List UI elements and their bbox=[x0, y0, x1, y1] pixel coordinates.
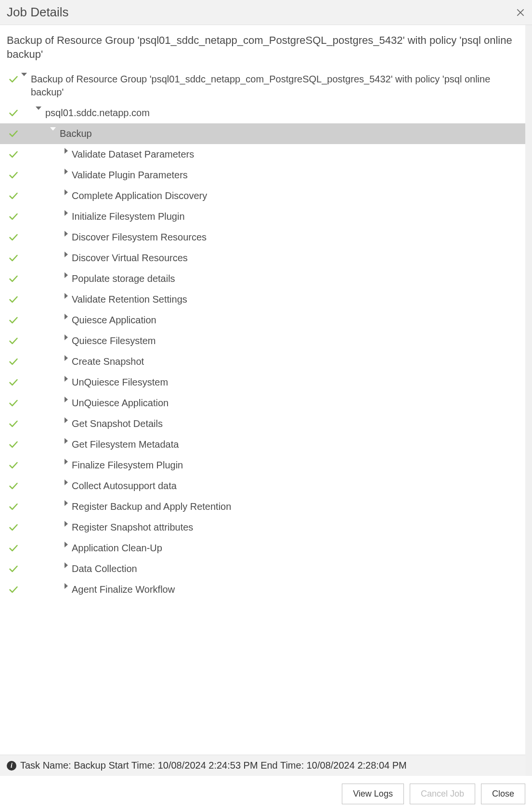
tree-row[interactable]: Data Collection bbox=[0, 559, 525, 579]
check-icon bbox=[9, 129, 18, 138]
caret-right-icon bbox=[65, 169, 68, 174]
tree-label: Get Snapshot Details bbox=[72, 417, 163, 430]
tree-row[interactable]: Quiesce Application bbox=[0, 310, 525, 331]
tree-row[interactable]: Register Snapshot attributes bbox=[0, 517, 525, 538]
tree-label: Validate Retention Settings bbox=[72, 293, 187, 306]
tree-row[interactable]: Validate Retention Settings bbox=[0, 289, 525, 310]
tree-label: Collect Autosupport data bbox=[72, 479, 177, 493]
tree-row[interactable]: Complete Application Discovery bbox=[0, 186, 525, 206]
caret-right-icon bbox=[65, 459, 68, 465]
caret-right-icon bbox=[65, 438, 68, 444]
dialog-footer: View Logs Cancel Job Close bbox=[0, 776, 532, 812]
tree-label: Agent Finalize Workflow bbox=[72, 583, 175, 596]
tree-row[interactable]: Discover Virtual Resources bbox=[0, 248, 525, 268]
tree-row[interactable]: UnQuiesce Application bbox=[0, 393, 525, 413]
close-icon[interactable] bbox=[516, 8, 525, 17]
tree-row[interactable]: Agent Finalize Workflow bbox=[0, 579, 525, 600]
check-icon bbox=[9, 170, 18, 180]
tree-row[interactable]: Backup of Resource Group 'psql01_sddc_ne… bbox=[0, 69, 525, 103]
tree-row[interactable]: Backup bbox=[0, 123, 525, 144]
check-icon bbox=[9, 294, 18, 304]
tree-label: Populate storage details bbox=[72, 272, 175, 285]
caret-right-icon bbox=[65, 148, 68, 154]
tree-label: Validate Plugin Parameters bbox=[72, 169, 188, 182]
check-icon bbox=[9, 502, 18, 511]
check-icon bbox=[9, 357, 18, 366]
tree-label: Quiesce Application bbox=[72, 314, 156, 327]
tree-label: Quiesce Filesystem bbox=[72, 334, 156, 347]
check-icon bbox=[9, 543, 18, 553]
caret-right-icon bbox=[65, 417, 68, 423]
check-icon bbox=[9, 149, 18, 159]
caret-right-icon bbox=[65, 583, 68, 589]
check-icon bbox=[9, 522, 18, 532]
tree-row[interactable]: UnQuiesce Filesystem bbox=[0, 372, 525, 393]
task-tree[interactable]: Backup of Resource Group 'psql01_sddc_ne… bbox=[0, 64, 525, 755]
status-bar: i Task Name: Backup Start Time: 10/08/20… bbox=[0, 755, 525, 776]
tree-row[interactable]: Quiesce Filesystem bbox=[0, 331, 525, 351]
check-icon bbox=[9, 585, 18, 594]
tree-label: Data Collection bbox=[72, 562, 137, 575]
caret-down-icon bbox=[50, 127, 56, 131]
check-icon bbox=[9, 212, 18, 221]
tree-label: Discover Filesystem Resources bbox=[72, 231, 207, 244]
tree-label: Complete Application Discovery bbox=[72, 189, 207, 202]
tree-row[interactable]: Validate Dataset Parameters bbox=[0, 144, 525, 165]
info-icon: i bbox=[7, 761, 16, 771]
dialog-title: Job Details bbox=[7, 5, 69, 20]
check-icon bbox=[9, 398, 18, 408]
tree-row[interactable]: Get Filesystem Metadata bbox=[0, 434, 525, 455]
view-logs-button[interactable]: View Logs bbox=[342, 784, 404, 804]
caret-right-icon bbox=[65, 397, 68, 402]
tree-row[interactable]: Populate storage details bbox=[0, 268, 525, 289]
tree-label: Finalize Filesystem Plugin bbox=[72, 459, 183, 472]
check-icon bbox=[9, 74, 18, 84]
caret-right-icon bbox=[65, 521, 68, 527]
caret-right-icon bbox=[65, 334, 68, 340]
job-summary: Backup of Resource Group 'psql01_sddc_ne… bbox=[0, 25, 525, 64]
caret-right-icon bbox=[65, 252, 68, 257]
tree-label: Register Backup and Apply Retention bbox=[72, 500, 231, 513]
caret-right-icon bbox=[65, 500, 68, 506]
tree-label: Backup of Resource Group 'psql01_sddc_ne… bbox=[31, 73, 519, 99]
tree-row[interactable]: Register Backup and Apply Retention bbox=[0, 496, 525, 517]
check-icon bbox=[9, 336, 18, 346]
tree-row[interactable]: psql01.sddc.netapp.com bbox=[0, 103, 525, 123]
check-icon bbox=[9, 274, 18, 283]
check-icon bbox=[9, 377, 18, 387]
tree-row[interactable]: Discover Filesystem Resources bbox=[0, 227, 525, 248]
caret-right-icon bbox=[65, 231, 68, 237]
dialog-header: Job Details bbox=[0, 0, 532, 25]
tree-label: Application Clean-Up bbox=[72, 542, 162, 555]
tree-row[interactable]: Initialize Filesystem Plugin bbox=[0, 206, 525, 227]
check-icon bbox=[9, 191, 18, 200]
tree-label: Discover Virtual Resources bbox=[72, 252, 188, 265]
caret-right-icon bbox=[65, 272, 68, 278]
caret-right-icon bbox=[65, 293, 68, 299]
check-icon bbox=[9, 232, 18, 242]
caret-right-icon bbox=[65, 314, 68, 319]
caret-right-icon bbox=[65, 542, 68, 547]
tree-label: UnQuiesce Filesystem bbox=[72, 376, 168, 389]
check-icon bbox=[9, 481, 18, 491]
tree-row[interactable]: Create Snapshot bbox=[0, 351, 525, 372]
tree-label: Initialize Filesystem Plugin bbox=[72, 210, 185, 223]
check-icon bbox=[9, 439, 18, 449]
tree-row[interactable]: Collect Autosupport data bbox=[0, 476, 525, 496]
tree-row[interactable]: Validate Plugin Parameters bbox=[0, 165, 525, 186]
tree-label: psql01.sddc.netapp.com bbox=[45, 106, 150, 120]
check-icon bbox=[9, 108, 18, 118]
caret-right-icon bbox=[65, 376, 68, 382]
check-icon bbox=[9, 564, 18, 573]
tree-row[interactable]: Application Clean-Up bbox=[0, 538, 525, 559]
cancel-job-button: Cancel Job bbox=[410, 784, 475, 804]
tree-row[interactable]: Get Snapshot Details bbox=[0, 413, 525, 434]
tree-label: UnQuiesce Application bbox=[72, 397, 169, 410]
check-icon bbox=[9, 460, 18, 470]
dialog-body: Backup of Resource Group 'psql01_sddc_ne… bbox=[0, 25, 532, 776]
tree-label: Register Snapshot attributes bbox=[72, 521, 193, 534]
tree-label: Get Filesystem Metadata bbox=[72, 438, 179, 451]
tree-row[interactable]: Finalize Filesystem Plugin bbox=[0, 455, 525, 476]
close-button[interactable]: Close bbox=[481, 784, 525, 804]
status-bar-text: Task Name: Backup Start Time: 10/08/2024… bbox=[20, 760, 407, 771]
